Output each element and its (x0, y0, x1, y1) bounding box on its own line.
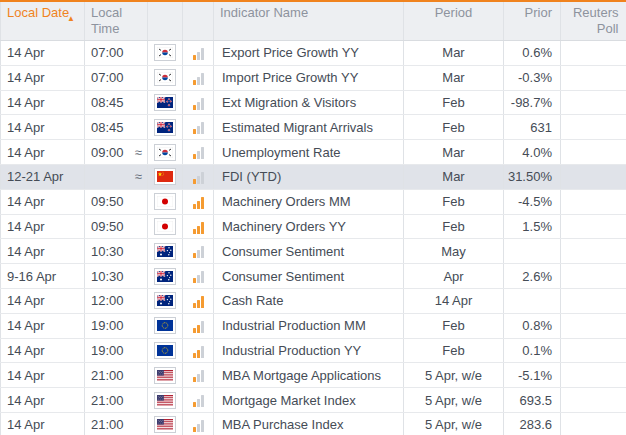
reuters-poll-cell (561, 164, 626, 189)
flag-icon-kr (154, 144, 176, 161)
importance-bars-icon (193, 321, 204, 333)
period-cell: Apr (404, 264, 504, 289)
indicator-name-cell: Import Price Growth YY (214, 65, 404, 90)
economic-calendar-table: Local Date ▲ Local Time Indicator Name P… (0, 0, 626, 435)
period-cell: Mar (404, 65, 504, 90)
importance-cell (183, 115, 214, 140)
importance-bars-icon (193, 420, 204, 432)
period-cell: 5 Apr, w/e (404, 388, 504, 413)
period-cell: Mar (404, 140, 504, 165)
reuters-poll-cell (561, 41, 626, 66)
flag-icon-us (154, 392, 176, 409)
local-date-cell: 14 Apr (1, 313, 85, 338)
sort-ascending-icon[interactable]: ▲ (67, 15, 75, 23)
importance-cell (183, 388, 214, 413)
calendar-row[interactable]: 14 Apr 08:45 Ext Migration & Visitors Fe… (1, 90, 626, 115)
indicator-name-cell: Industrial Production MM (214, 313, 404, 338)
country-flag-cell (148, 189, 183, 214)
flag-icon-us (154, 416, 176, 433)
prior-cell: 631 (504, 115, 561, 140)
calendar-row[interactable]: 14 Apr 09:50 Machinery Orders MM Feb -4.… (1, 189, 626, 214)
flag-icon-us (154, 367, 176, 384)
approx-time-icon: ≈ (135, 145, 142, 160)
local-time-cell: 19:00 (85, 338, 148, 363)
importance-cell (183, 189, 214, 214)
column-header-prior[interactable]: Prior (504, 1, 561, 41)
country-flag-cell (148, 140, 183, 165)
importance-bars-icon (193, 172, 204, 184)
flag-icon-au (154, 292, 176, 309)
flag-icon-kr (154, 69, 176, 86)
local-date-cell: 14 Apr (1, 288, 85, 313)
calendar-row[interactable]: 14 Apr 12:00 Cash Rate 14 Apr (1, 288, 626, 313)
local-time-value: 19:00 (91, 343, 124, 358)
period-cell: Mar (404, 41, 504, 66)
calendar-row[interactable]: 14 Apr 07:00 Export Price Growth YY Mar … (1, 41, 626, 66)
period-cell: Feb (404, 115, 504, 140)
calendar-row[interactable]: 12-21 Apr ≈ FDI (YTD) Mar 31.50% (1, 164, 626, 189)
flag-icon-eu (154, 342, 176, 359)
indicator-name-cell: Consumer Sentiment (214, 264, 404, 289)
importance-cell (183, 164, 214, 189)
column-header-reuters-poll[interactable]: Reuters Poll (561, 1, 626, 41)
column-header-period[interactable]: Period (404, 1, 504, 41)
period-cell: Feb (404, 313, 504, 338)
reuters-poll-cell (561, 140, 626, 165)
period-cell: May (404, 239, 504, 264)
importance-cell (183, 214, 214, 239)
calendar-row[interactable]: 14 Apr 21:00 Mortgage Market Index 5 Apr… (1, 388, 626, 413)
indicator-name-cell: Export Price Growth YY (214, 41, 404, 66)
country-flag-cell (148, 115, 183, 140)
prior-cell: 31.50% (504, 164, 561, 189)
flag-icon-cn (154, 168, 176, 185)
column-header-importance[interactable] (183, 1, 214, 41)
calendar-row[interactable]: 14 Apr 10:30 Consumer Sentiment May (1, 239, 626, 264)
period-cell: Feb (404, 90, 504, 115)
period-cell: Mar (404, 164, 504, 189)
importance-cell (183, 412, 214, 435)
flag-icon-au (154, 243, 176, 260)
importance-bars-icon (193, 246, 204, 258)
importance-cell (183, 363, 214, 388)
local-date-cell: 14 Apr (1, 41, 85, 66)
prior-cell: -0.3% (504, 65, 561, 90)
calendar-row[interactable]: 14 Apr 08:45 Estimated Migrant Arrivals … (1, 115, 626, 140)
column-label: Period (404, 5, 503, 21)
indicator-name-cell: FDI (YTD) (214, 164, 404, 189)
local-time-cell: 07:00 (85, 41, 148, 66)
local-time-cell: 10:30 (85, 264, 148, 289)
importance-cell (183, 140, 214, 165)
flag-icon-au (154, 268, 176, 285)
calendar-row[interactable]: 14 Apr 07:00 Import Price Growth YY Mar … (1, 65, 626, 90)
column-header-local-date[interactable]: Local Date ▲ (1, 1, 85, 41)
country-flag-cell (148, 288, 183, 313)
column-header-flag[interactable] (148, 1, 183, 41)
local-time-value: 12:00 (91, 293, 124, 308)
calendar-row[interactable]: 14 Apr 09:50 Machinery Orders YY Feb 1.5… (1, 214, 626, 239)
importance-bars-icon (193, 370, 204, 382)
calendar-row[interactable]: 14 Apr 21:00 MBA Mortgage Applications 5… (1, 363, 626, 388)
local-date-cell: 14 Apr (1, 363, 85, 388)
column-label: Reuters Poll (561, 5, 626, 37)
table-body: 14 Apr 07:00 Export Price Growth YY Mar … (1, 41, 626, 435)
flag-icon-nz (154, 94, 176, 111)
local-time-cell: 12:00 (85, 288, 148, 313)
period-cell: 5 Apr, w/e (404, 363, 504, 388)
period-cell: 5 Apr, w/e (404, 412, 504, 435)
calendar-row[interactable]: 14 Apr 19:00 Industrial Production MM Fe… (1, 313, 626, 338)
local-time-cell: 21:00 (85, 388, 148, 413)
country-flag-cell (148, 41, 183, 66)
indicator-name-cell: Unemployment Rate (214, 140, 404, 165)
column-header-indicator-name[interactable]: Indicator Name (214, 1, 404, 41)
column-header-local-time[interactable]: Local Time (85, 1, 148, 41)
calendar-row[interactable]: 14 Apr 21:00 MBA Purchase Index 5 Apr, w… (1, 412, 626, 435)
calendar-row[interactable]: 14 Apr 09:00 ≈ Unemployment Rate Mar 4.0… (1, 140, 626, 165)
local-time-cell: ≈ (85, 164, 148, 189)
local-time-value: 10:30 (91, 244, 124, 259)
calendar-row[interactable]: 14 Apr 19:00 Industrial Production YY Fe… (1, 338, 626, 363)
period-cell: 14 Apr (404, 288, 504, 313)
calendar-row[interactable]: 9-16 Apr 10:30 Consumer Sentiment Apr 2.… (1, 264, 626, 289)
importance-bars-icon (193, 147, 204, 159)
country-flag-cell (148, 313, 183, 338)
importance-cell (183, 264, 214, 289)
